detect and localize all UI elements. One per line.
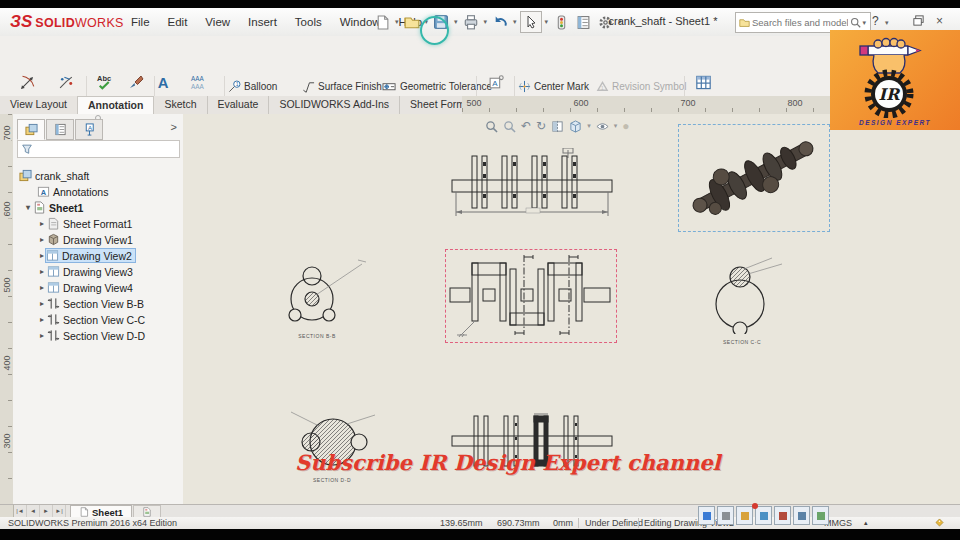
expand-arrow[interactable]: ▸ (37, 235, 47, 244)
print-caret[interactable]: ▾ (484, 18, 488, 26)
panel-expand-chevron[interactable]: > (171, 121, 177, 133)
expand-arrow[interactable]: ▸ (37, 331, 47, 340)
section-display-icon[interactable] (551, 120, 564, 133)
drawing-view1-isometric[interactable] (678, 124, 830, 232)
tree-item-drawing-view1[interactable]: ▸ Drawing View1 (13, 232, 207, 247)
drawing-view2-front-selected[interactable] (445, 249, 617, 343)
tab-sketch[interactable]: Sketch (154, 96, 207, 114)
expand-arrow[interactable]: ▸ (37, 267, 47, 276)
save-icon[interactable] (431, 12, 451, 32)
coord-x: 139.65mm (440, 517, 483, 529)
taskbar-icon[interactable] (774, 506, 791, 525)
balloon-icon (228, 80, 241, 93)
drawing-sheet[interactable]: ↶ ↻ ▾ ▾ ● × (183, 114, 960, 504)
tree-item-section-view-bb[interactable]: ▸ Section View B-B (13, 296, 207, 311)
redraw-icon[interactable]: ↻ (536, 119, 546, 133)
tag-icon[interactable] (934, 517, 945, 529)
section-dd-label: SECTION D-D (283, 477, 381, 483)
search-input[interactable] (750, 16, 850, 29)
open-caret[interactable]: ▾ (425, 18, 429, 26)
center-mark-button[interactable]: Center Mark (518, 78, 589, 94)
print-icon[interactable] (461, 12, 481, 32)
undo-icon[interactable] (490, 12, 510, 32)
tab-view-layout[interactable]: View Layout (0, 96, 78, 114)
tree-item-sheet-format1[interactable]: ▸ Sheet Format1 (13, 216, 207, 231)
search-caret[interactable]: ▾ (862, 19, 866, 27)
balloon-button[interactable]: Balloon (228, 78, 277, 94)
section-view-bb[interactable]: SECTION B-B (266, 256, 368, 339)
taskbar-icon[interactable] (793, 506, 810, 525)
expand-arrow[interactable]: ▸ (37, 299, 47, 308)
menu-file[interactable]: File (122, 9, 159, 36)
menu-edit[interactable]: Edit (159, 9, 197, 36)
tab-annotation[interactable]: Annotation (78, 96, 154, 114)
select-cursor-icon[interactable] (520, 11, 542, 33)
panel-tabs (17, 119, 103, 140)
taskbar-icon[interactable] (755, 506, 772, 525)
tree-item-section-view-dd[interactable]: ▸ Section View D-D (13, 328, 207, 343)
configuration-manager-tab[interactable] (75, 119, 103, 140)
help-caret[interactable]: ▾ (885, 19, 889, 27)
view-orientation-caret[interactable]: ▾ (587, 122, 591, 130)
section-view-cc[interactable]: SECTION C-C (698, 256, 786, 345)
quick-access-toolbar: ▾ ▾ ▾ ▾ ▾ ▾ ▾ (372, 11, 623, 33)
filter-funnel-icon (21, 143, 33, 155)
display-style-caret[interactable]: ▾ (614, 122, 618, 130)
feature-tree-tab[interactable] (17, 119, 45, 140)
expand-arrow[interactable]: ▸ (37, 219, 47, 228)
taskbar-icon[interactable] (736, 506, 753, 525)
previous-view-icon[interactable]: ↶ (521, 119, 531, 133)
constraint-state: Under Defined (585, 517, 643, 529)
tree-item-drawing-view3[interactable]: ▸ Drawing View3 (13, 264, 207, 279)
save-caret[interactable]: ▾ (454, 18, 458, 26)
menubar: ЗS SOLIDWORKS File Edit View Insert Tool… (0, 8, 960, 37)
ruler-700: 700 (678, 98, 697, 108)
letterbox-bottom (0, 529, 960, 540)
zoom-area-icon[interactable] (503, 120, 516, 133)
units-caret-icon[interactable]: ▴ (864, 517, 868, 529)
taskbar-icon[interactable] (717, 506, 734, 525)
tree-item-sheet1[interactable]: ▾ Sheet1 (13, 200, 193, 215)
section-view-icon (47, 297, 60, 310)
new-document-icon[interactable] (372, 12, 392, 32)
tree-item-drawing-view4[interactable]: ▸ Drawing View4 (13, 280, 207, 295)
tree-item-annotations[interactable]: Annotations (13, 184, 207, 199)
heads-up-view-toolbar: ↶ ↻ ▾ ▾ ● (485, 119, 629, 133)
undo-caret[interactable]: ▾ (513, 18, 517, 26)
search-icon[interactable] (850, 17, 861, 28)
crankshaft-3d (679, 125, 827, 229)
section-cc-label: SECTION C-C (698, 339, 786, 345)
taskbar-icon[interactable] (698, 506, 715, 525)
view-orientation-cube-icon[interactable] (569, 120, 582, 133)
drawing-view3-side[interactable] (450, 148, 614, 226)
zoom-fit-icon[interactable] (485, 120, 498, 133)
menu-insert[interactable]: Insert (239, 9, 286, 36)
display-style-icon[interactable] (596, 120, 609, 133)
menu-view[interactable]: View (196, 9, 239, 36)
tree-filter[interactable] (17, 140, 180, 158)
sheet-icon (33, 201, 46, 214)
select-caret[interactable]: ▾ (545, 18, 549, 26)
tab-evaluate[interactable]: Evaluate (208, 96, 270, 114)
tab-solidworks-add-ins[interactable]: SOLIDWORKS Add-Ins (269, 96, 400, 114)
revision-symbol-icon (596, 80, 609, 93)
rebuild-icon[interactable] (551, 12, 571, 32)
taskbar-icon[interactable] (812, 506, 829, 525)
tree-item-section-view-cc[interactable]: ▸ Section View C-C (13, 312, 207, 327)
coord-y: 690.73mm (497, 517, 540, 529)
menu-tools[interactable]: Tools (286, 9, 331, 36)
drawing-view-icon (47, 265, 60, 278)
drawing-view-icon (46, 249, 59, 262)
new-caret[interactable]: ▾ (395, 18, 399, 26)
surface-finish-button[interactable]: Surface Finish (302, 78, 382, 94)
expand-arrow[interactable]: ▸ (37, 283, 47, 292)
smart-dimension-icon (6, 74, 48, 93)
restore-icon[interactable] (912, 14, 925, 30)
tree-item-drawing-view2[interactable]: ▸ Drawing View2 (13, 248, 207, 263)
open-icon[interactable] (402, 12, 422, 32)
property-manager-tab[interactable] (46, 119, 74, 140)
expand-arrow[interactable]: ▾ (23, 203, 33, 212)
letterbox-top (0, 0, 960, 8)
expand-arrow[interactable]: ▸ (37, 315, 47, 324)
tree-root[interactable]: crank_shaft (13, 168, 189, 183)
